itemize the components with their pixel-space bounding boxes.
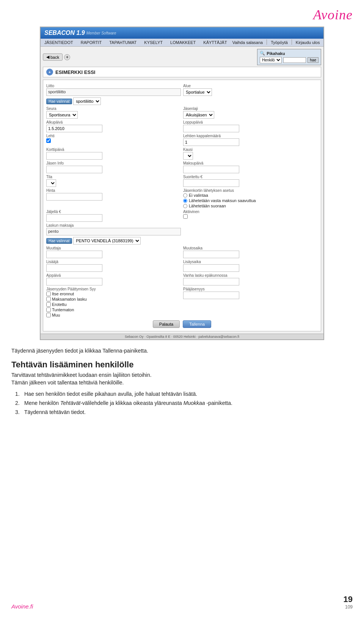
aktiivinen-checkbox[interactable] [183,214,188,219]
hae-valinnat-button-liitto[interactable]: Hae valinnat [46,99,72,104]
menu-lomakkeet[interactable]: LOMAKKEET [168,39,198,45]
instruction-after: Tämän jälkeen voit tallentaa tehtäviä he… [11,380,353,386]
kausi-col: Kausi [183,147,318,160]
suoritettu-input[interactable] [183,179,239,187]
jasenyys-row: Jäsenyyden Päättymisen Syy Itse eronnut … [46,287,318,317]
lisaysaika-input[interactable] [183,264,239,272]
alkupaiva-input[interactable] [46,125,102,132]
tallenna-button[interactable]: Tallenna [183,320,211,328]
radio-lahetetaan-suoraan[interactable]: Lähetetään suoraan [183,204,318,208]
vanha-lasku-input[interactable] [183,278,239,285]
lehtien-kpl-col: Lehtien kappalemäärä [183,134,318,146]
radio-lahetetaan-suoraan-input[interactable] [183,204,187,208]
hae-valinnat-button-laskun[interactable]: Hae valinnat [46,238,72,244]
menu-kyselyt[interactable]: KYSELYT [142,39,165,45]
add-button[interactable]: + [64,54,70,60]
tila-select[interactable] [46,179,56,187]
lehtien-kpl-label: Lehtien kappalemäärä [183,134,318,138]
lehti-checkbox[interactable] [46,138,51,143]
step-2-italic1: Tehtävät [60,400,80,406]
cb-erotettu-input[interactable] [46,302,51,307]
step-2-end: -painiketta. [205,400,232,406]
liitto-select[interactable]: sportiliitto [73,97,101,105]
jaseninfo-input[interactable] [46,166,102,173]
menu-sep-6 [267,39,267,45]
footer-avoine-link[interactable]: Avoine.fi [11,603,33,610]
cb-itse-eronnut-label: Itse eronnut [52,292,74,296]
suoritettu-label: Suoritettu € [183,175,318,179]
menu-kayttajat[interactable]: KÄYTTÄJÄT [201,39,229,45]
pikahaku-hae-button[interactable]: hae [308,57,318,63]
laskun-maksaja-select[interactable]: PENTO VENDELÄ (31883199) [73,237,141,245]
cb-maksamaton-lasku-input[interactable] [46,297,51,301]
aktiivinen-label: Aktiivinen [183,210,318,214]
seura-select[interactable]: Sportiseura [46,111,78,119]
radio-ei-valintaa-input[interactable] [183,193,187,198]
kausi-select[interactable] [183,152,193,160]
pikahaku-search-input[interactable] [283,57,306,63]
maksupaiva-label: Maksupäivä [183,161,318,165]
alue-col: Alue Sportialue [183,84,318,105]
step-1-text: Hae sen henkilön tiedot esille pikahaun … [24,391,197,397]
lehti-col: Lehti [46,134,181,146]
cb-tuntematon[interactable]: Tuntematon [46,307,181,312]
list-item-3: 3. Täydennä tehtävän tiedot. [15,409,353,415]
pikahaku-row: Henkilö hae [260,57,318,63]
jaljella-col: Jäljellä € [46,210,181,222]
lisaaja-input[interactable] [46,264,102,272]
jasenyys-checkboxes: Itse eronnut Maksamaton lasku Erotettu [46,292,181,317]
jasenkortti-col: Jäsenkortin lähetyksen asetus Ei valinta… [183,188,318,208]
cb-erotettu[interactable]: Erotettu [46,302,181,307]
korttipaiva-input[interactable] [46,152,102,160]
page-header: Avoine [0,0,364,27]
paajasenys-col: Pääjäsenyys [183,287,318,317]
alue-select[interactable]: Sportialue [183,88,212,96]
maksupaiva-input[interactable] [183,166,239,173]
radio-lahetetaan-vasta-input[interactable] [183,199,187,203]
radio-ei-valintaa[interactable]: Ei valintaa [183,193,318,198]
menu-kirjaudu-ulos[interactable]: Kirjaudu ulos [293,39,322,45]
instruction-intro: Täydennä jäsenyyden tiedot ja klikkaa Ta… [11,348,353,354]
radio-lahetetaan-vasta[interactable]: Lähetetään vasta maksun saavuttua [183,198,318,203]
paajasenys-label: Pääjäsenyys [183,287,318,291]
cb-itse-eronnut-input[interactable] [46,292,51,296]
menu-tyopoyta[interactable]: Työpöytä [268,39,290,45]
cb-maksamaton-lasku[interactable]: Maksamaton lasku [46,297,181,301]
ajopaiva-input[interactable] [46,278,102,285]
jasenlaji-select[interactable]: Aikuisjäsen [183,111,214,119]
menu-right: Vaihda salasana Työpöytä Kirjaudu ulos [230,39,322,45]
muutosaika-input[interactable] [183,251,239,258]
cb-muu[interactable]: Muu [46,313,181,317]
hinta-input[interactable] [46,193,102,201]
jaseninfo-label: Jäsen Info [46,161,181,165]
lehtien-kpl-input[interactable] [183,138,239,146]
seura-jasenlaji-row: Seura Sportiseura Jäsenlaji Aikuisjäsen [46,107,318,119]
hinta-jasenkortti-row: Hinta Jäsenkortin lähetyksen asetus Ei v… [46,188,318,208]
liitto-alue-row: Liitto sportiliitto Hae valinnat sportil… [46,84,318,105]
cb-muu-input[interactable] [46,313,51,317]
jaljella-input[interactable] [46,214,102,222]
jasenyys-paattyminen-label: Jäsenyyden Päättymisen Syy [46,287,181,291]
person-name: ESIMERKKI ESSI [55,69,95,75]
muuttaja-col: Muuttaja [46,246,181,258]
menu-sep-7 [292,39,292,45]
main-container: SEBACON 1.9 Member Software JÄSENTIEDOT … [0,27,364,340]
muuttaja-input[interactable] [46,251,102,258]
menu-tapahtumat[interactable]: TAPAHTUMAT [107,39,139,45]
lehti-row: Lehti Lehtien kappalemäärä [46,134,318,146]
app-titlebar: SEBACON 1.9 Member Software [41,27,323,39]
menu-vaihda-salasana[interactable]: Vaihda salasana [230,39,265,45]
back-button[interactable]: ◀ back [43,53,63,61]
jaseninfo-row: Jäsen Info Maksupäivä [46,161,318,173]
step-2-num: 2. [15,400,21,406]
cb-itse-eronnut[interactable]: Itse eronnut [46,292,181,296]
paajasenys-input[interactable] [183,292,239,299]
instruction-subtext: Tarvittavat tehtävänimikkeet luodaan ens… [11,372,353,378]
cb-tuntematon-input[interactable] [46,307,51,312]
loppupaiva-input[interactable] [183,125,239,132]
toolbar-row: ◀ back + 🔍 Pikahaku Henkilö [43,49,321,65]
menu-jasentiedot[interactable]: JÄSENTIEDOT [42,39,75,45]
palauta-button[interactable]: Palauta [153,320,180,328]
menu-raportit[interactable]: RAPORTIT [78,39,104,45]
pikahaku-select[interactable]: Henkilö [260,57,282,63]
